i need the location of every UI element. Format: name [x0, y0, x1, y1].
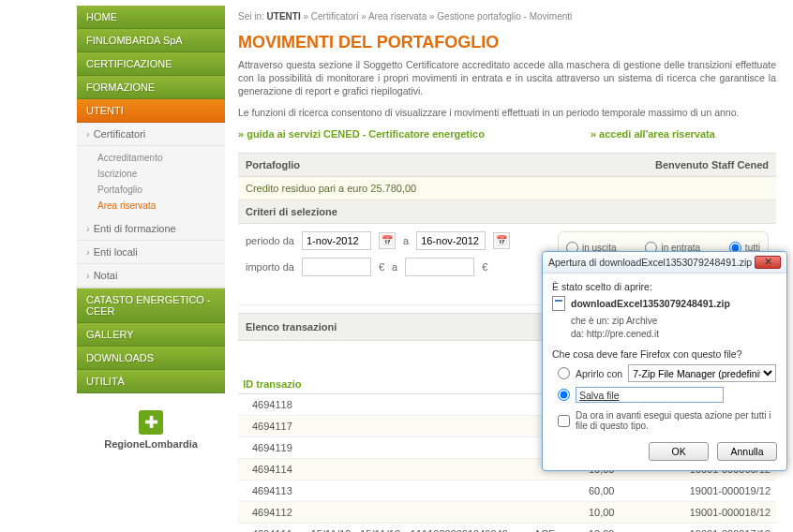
- nav-catasto[interactable]: CATASTO ENERGETICO - CEER: [77, 288, 225, 323]
- importo-to-input[interactable]: [405, 258, 474, 276]
- nav-sub-portafoglio[interactable]: Portafoglio: [97, 182, 225, 198]
- nav-formazione[interactable]: FORMAZIONE: [77, 76, 225, 99]
- regione-logo-icon: ✚: [139, 410, 163, 435]
- remember-checkbox[interactable]: [558, 415, 570, 427]
- dialog-file-type: che è un: zip Archive: [571, 315, 777, 328]
- regione-logo-text: RegioneLombardia: [77, 438, 225, 450]
- remember-label: Da ora in avanti esegui questa azione pe…: [576, 410, 777, 431]
- calendar-icon[interactable]: 📅: [379, 232, 396, 249]
- list-title: Elenco transazioni: [246, 321, 337, 332]
- link-accedi[interactable]: » accedi all'area riservata: [591, 128, 715, 140]
- col-id: ID transazio: [238, 373, 307, 394]
- calendar-icon[interactable]: 📅: [493, 232, 510, 249]
- euro-symbol: €: [379, 261, 384, 273]
- nav-sub-accreditamento[interactable]: Accreditamento: [97, 150, 225, 166]
- nav-home[interactable]: HOME: [77, 6, 225, 29]
- intro-text-2: Le funzioni di ricerca consentono di vis…: [238, 106, 776, 119]
- dialog-file-from: da: http://pre.cened.it: [571, 328, 777, 341]
- importo-label: importo da: [246, 261, 294, 273]
- dialog-filename: downloadExcel1353079248491.zip: [571, 298, 730, 309]
- nav-certificazione[interactable]: CERTIFICAZIONE: [77, 52, 225, 76]
- importo-from-input[interactable]: [302, 258, 371, 276]
- dialog-ok-button[interactable]: OK: [649, 442, 709, 461]
- table-row: 469411210,0019001-000018/12: [238, 501, 776, 523]
- dialog-title: Apertura di downloadExcel1353079248491.z…: [548, 257, 752, 268]
- save-file-label: Salva file: [576, 387, 724, 403]
- open-with-select[interactable]: 7-Zip File Manager (predefinita): [628, 364, 776, 382]
- periodo-to-input[interactable]: [416, 231, 486, 250]
- dialog-cancel-button[interactable]: Annulla: [717, 442, 777, 461]
- open-with-label: Aprirlo con: [576, 368, 622, 379]
- nav-gallery[interactable]: GALLERY: [77, 323, 225, 347]
- zip-file-icon: [552, 296, 565, 311]
- nav-finlombarda[interactable]: FINLOMBARDA SpA: [77, 29, 225, 52]
- a-label: a: [403, 235, 409, 246]
- page-title: MOVIMENTI DEL PORTAFOGLIO: [238, 33, 776, 52]
- breadcrumb: Sei in: UTENTI » Certificatori » Area ri…: [238, 11, 776, 22]
- download-dialog: Apertura di downloadExcel1353079248491.z…: [542, 251, 787, 471]
- nav-sub-enti-locali[interactable]: ›Enti locali: [77, 241, 225, 264]
- periodo-from-input[interactable]: [302, 231, 371, 250]
- radio-open-with[interactable]: [558, 367, 570, 379]
- link-guida[interactable]: » guida ai servizi CENED - Certificatore…: [238, 128, 485, 140]
- chevron-right-icon: ›: [86, 270, 90, 281]
- credit-balance: Credito residuo pari a euro 25.780,00: [238, 177, 776, 200]
- nav-downloads[interactable]: DOWNLOADS: [77, 347, 225, 370]
- dialog-close-button[interactable]: ✕: [755, 256, 781, 269]
- nav-sub-certificatori[interactable]: ›Certificatori: [77, 123, 225, 146]
- chevron-right-icon: ›: [86, 128, 90, 140]
- dialog-chosen-label: È stato scelto di aprire:: [552, 281, 777, 292]
- periodo-label: periodo da: [246, 235, 294, 246]
- nav-sub-iscrizione[interactable]: Iscrizione: [97, 166, 225, 182]
- nav-sub-enti-formazione[interactable]: ›Enti di formazione: [77, 217, 225, 241]
- nav-sub-area-riservata[interactable]: Area riservata: [97, 198, 225, 214]
- welcome-text: Benvenuto Staff Cened: [655, 159, 769, 170]
- nav-sub-notai[interactable]: ›Notai: [77, 264, 225, 288]
- criteria-title: Criteri di selezione: [238, 200, 776, 224]
- nav-utilita[interactable]: UTILITÀ: [77, 370, 225, 393]
- dialog-question: Che cosa deve fare Firefox con questo fi…: [552, 348, 777, 360]
- chevron-right-icon: ›: [86, 246, 90, 258]
- panel-title: Portafoglio: [246, 159, 300, 170]
- table-row: 469411115/11/1215/11/1211110000061249049…: [238, 523, 776, 532]
- chevron-right-icon: ›: [86, 223, 90, 234]
- euro-symbol: €: [482, 261, 487, 273]
- a-label: a: [392, 261, 397, 273]
- radio-save-file[interactable]: [558, 389, 570, 401]
- nav-utenti[interactable]: UTENTI: [77, 99, 225, 123]
- intro-text-1: Attraverso questa sezione il Soggetto Ce…: [238, 58, 776, 98]
- table-row: 469411360,0019001-000019/12: [238, 480, 776, 501]
